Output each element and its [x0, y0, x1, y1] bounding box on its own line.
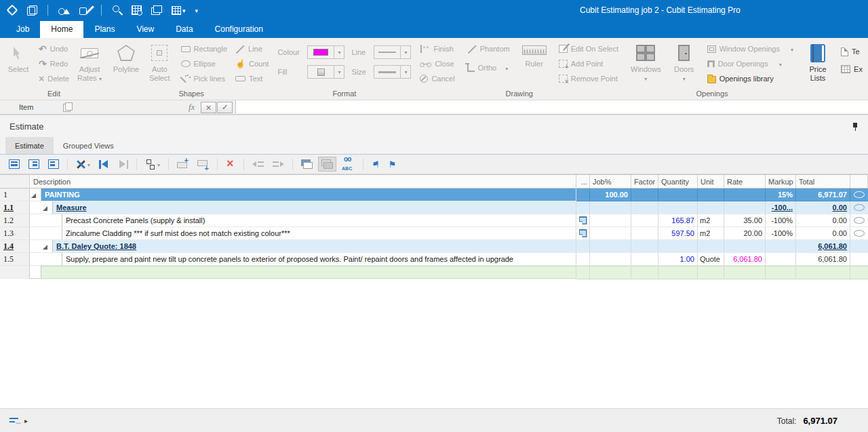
line-style-picker[interactable] — [374, 45, 411, 59]
row-header[interactable]: 1.1 — [0, 201, 30, 214]
previous-flag-button[interactable] — [368, 157, 383, 172]
factor-cell[interactable] — [631, 266, 658, 279]
delete-button[interactable]: Delete — [35, 71, 73, 86]
next-item-button[interactable] — [115, 157, 132, 172]
row-header[interactable]: 1.5 — [0, 253, 30, 266]
grid-zoom-button[interactable] — [130, 4, 143, 16]
indent-button[interactable] — [269, 157, 288, 172]
panel-tab-grouped-views[interactable]: Grouped Views — [54, 137, 123, 154]
column-header-description[interactable]: Description — [30, 175, 576, 189]
description-cell[interactable]: Precast Concrete Panels (supply & instal… — [30, 214, 576, 227]
undo-button[interactable]: Undo — [35, 41, 73, 56]
ribbon-tab-home[interactable]: Home — [40, 21, 83, 38]
factor-cell[interactable] — [631, 214, 658, 227]
description-cell[interactable] — [30, 266, 576, 279]
grid-row-1.3[interactable]: 1.3Zincalume Cladding *** if surf mist d… — [0, 227, 868, 240]
customize-toolbar-button[interactable] — [194, 5, 200, 16]
expand-level-2-button[interactable] — [25, 157, 43, 172]
note-cell[interactable] — [576, 266, 590, 279]
quantity-cell[interactable] — [658, 201, 698, 214]
rate-cell[interactable] — [724, 240, 766, 253]
redo-button[interactable]: Redo — [35, 56, 73, 71]
line-size-picker[interactable] — [374, 65, 411, 79]
total-cell[interactable] — [796, 266, 850, 279]
insert-row-above-button[interactable] — [174, 157, 192, 172]
row-header[interactable] — [0, 266, 30, 279]
rate-cell[interactable]: 35.00 — [724, 214, 766, 227]
row-header[interactable]: 1.2 — [0, 214, 30, 227]
formula-accept-button[interactable] — [217, 102, 233, 113]
cancel-button[interactable]: Cancel — [416, 71, 458, 86]
filter-icon[interactable] — [9, 416, 19, 425]
unit-cell[interactable]: m2 — [698, 227, 724, 240]
price-lists-button[interactable]: Price Lists — [802, 40, 833, 87]
adjust-rates-button[interactable]: Adjust Rates — [74, 40, 105, 87]
job-percent-cell[interactable] — [590, 201, 631, 214]
ortho-button[interactable]: Ortho — [464, 60, 513, 75]
markup-cell[interactable]: -100... — [766, 201, 796, 214]
formula-cancel-button[interactable] — [201, 102, 216, 113]
grid-row-1.1[interactable]: 1.1Measure-100...0.00 — [0, 201, 868, 214]
description-cell[interactable]: Measure — [30, 201, 576, 214]
count-button[interactable]: Count — [232, 56, 272, 71]
job-percent-cell[interactable] — [590, 240, 631, 253]
close-shape-button[interactable]: Close — [416, 56, 458, 71]
status-cell[interactable] — [850, 189, 868, 201]
openings-library-button[interactable]: Openings library — [704, 71, 797, 86]
unit-cell[interactable]: Quote — [698, 253, 724, 266]
status-cell[interactable] — [850, 240, 868, 253]
export-button[interactable]: Ex — [837, 62, 866, 77]
grid-row-1.2[interactable]: 1.2Precast Concrete Panels (supply & ins… — [0, 214, 868, 227]
note-cell[interactable] — [576, 189, 590, 201]
total-cell[interactable]: 0.00 — [796, 227, 850, 240]
status-cell[interactable] — [850, 227, 868, 240]
factor-cell[interactable] — [631, 201, 658, 214]
grid-row-1.5[interactable]: 1.5Supply, prepare and paint new tilt up… — [0, 253, 868, 266]
windows-button[interactable]: Windows — [627, 40, 665, 87]
add-point-button[interactable]: Add Point — [555, 56, 622, 71]
expand-level-3-button[interactable] — [45, 157, 62, 172]
dropdown-caret-icon[interactable] — [400, 46, 410, 58]
status-cell[interactable] — [850, 201, 868, 214]
shapes-button[interactable] — [57, 4, 71, 16]
zoom-tool-button[interactable] — [111, 4, 123, 17]
rate-cell[interactable] — [724, 266, 766, 279]
column-header-markup[interactable]: Markup — [766, 175, 796, 189]
finish-button[interactable]: Finish — [416, 41, 458, 56]
total-cell[interactable]: 0.00 — [796, 201, 850, 214]
rate-cell[interactable] — [724, 189, 766, 201]
markup-cell[interactable] — [766, 253, 796, 266]
column-header-quantity[interactable]: Quantity — [658, 175, 698, 189]
markup-cell[interactable]: -100% — [766, 227, 796, 240]
description-cell[interactable]: Supply, prepare and paint new tilt up co… — [30, 253, 576, 266]
column-header-job[interactable]: Job% — [590, 175, 631, 189]
select-button[interactable]: Select — [3, 40, 34, 87]
ellipse-button[interactable]: Ellipse — [178, 56, 231, 71]
grouping-button[interactable] — [142, 157, 163, 172]
grid-row-new[interactable] — [0, 266, 868, 279]
ribbon-tab-view[interactable]: View — [125, 21, 165, 38]
markup-cell[interactable]: -100% — [766, 214, 796, 227]
ribbon-tab-data[interactable]: Data — [165, 21, 203, 38]
window-stack-button[interactable] — [150, 4, 163, 16]
next-flag-button[interactable] — [385, 157, 400, 172]
markup-cell[interactable] — [766, 240, 796, 253]
ruler-button[interactable]: Ruler — [519, 40, 550, 79]
description-cell[interactable]: PAINTING — [30, 189, 576, 201]
markup-cell[interactable]: 15% — [766, 189, 796, 201]
note-cell[interactable] — [576, 201, 590, 214]
factor-cell[interactable] — [631, 227, 658, 240]
expand-level-1-button[interactable] — [5, 157, 23, 172]
phantom-button[interactable]: Phantom — [464, 41, 513, 56]
unit-cell[interactable] — [698, 201, 724, 214]
expand-collapse-icon[interactable] — [43, 245, 47, 250]
grid-options-button[interactable] — [170, 5, 187, 16]
panel-tab-estimate[interactable]: Estimate — [5, 137, 54, 154]
quantity-cell[interactable] — [658, 240, 698, 253]
rate-cell[interactable] — [724, 201, 766, 214]
grid-row-1[interactable]: 1PAINTING100.0015%6,971.07 — [0, 189, 868, 201]
factor-cell[interactable] — [631, 189, 658, 201]
row-header[interactable]: 1 — [0, 189, 30, 201]
unit-cell[interactable]: m2 — [698, 214, 724, 227]
save-button[interactable] — [26, 4, 39, 17]
